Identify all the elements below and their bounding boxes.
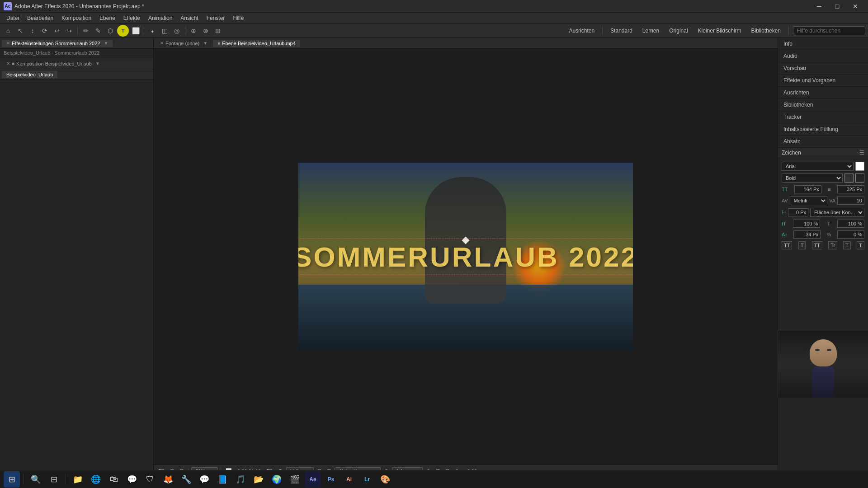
standard-btn[interactable]: Standard bbox=[607, 27, 636, 35]
menu-effekte[interactable]: Effekte bbox=[120, 14, 144, 22]
font-size-value[interactable]: 164 Px bbox=[794, 185, 821, 193]
menu-ebene[interactable]: Ebene bbox=[96, 14, 119, 22]
minimize-button[interactable]: ─ bbox=[810, 0, 828, 13]
menu-bearbeiten[interactable]: Bearbeiten bbox=[24, 14, 57, 22]
vscale-value[interactable]: 100 % bbox=[837, 220, 864, 228]
tab-ebene[interactable]: ■ Ebene Beispielvideo_Urlaub.mp4 bbox=[213, 40, 300, 47]
stroke-color-box[interactable] bbox=[844, 174, 854, 183]
maximize-button[interactable]: □ bbox=[828, 0, 846, 13]
transparency-box[interactable] bbox=[855, 174, 864, 183]
zeichen-menu-icon[interactable]: ☰ bbox=[859, 150, 864, 156]
tsume-value[interactable]: 0 % bbox=[837, 230, 864, 239]
taskbar-taskview-btn[interactable]: ⊟ bbox=[46, 471, 62, 488]
taskbar-lr-btn[interactable]: Lr bbox=[359, 471, 375, 488]
taskbar-explorer-btn[interactable]: 📁 bbox=[70, 471, 86, 488]
ausrichten-item[interactable]: Ausrichten bbox=[778, 87, 868, 99]
tool-pen[interactable]: ✏ bbox=[80, 25, 91, 36]
taskbar-video-btn[interactable]: 🎬 bbox=[287, 471, 303, 488]
vorschau-item[interactable]: Vorschau bbox=[778, 62, 868, 74]
taskbar-firefox-btn[interactable]: 🦊 bbox=[160, 471, 176, 488]
tt-btn-4[interactable]: Tr bbox=[828, 241, 837, 249]
taskbar-creative-btn[interactable]: 🎨 bbox=[377, 471, 393, 488]
expand-footage-icon[interactable]: ▼ bbox=[203, 41, 208, 46]
tab-komposition[interactable]: ✕ ■ Komposition Beispielvideo_Urlaub ▼ bbox=[2, 60, 104, 67]
expand-icon[interactable]: ▼ bbox=[104, 41, 108, 46]
taskbar-music-btn[interactable]: 🎵 bbox=[232, 471, 249, 488]
tab-beispielvideo[interactable]: Beispielvideo_Urlaub bbox=[2, 71, 57, 78]
menu-hilfe[interactable]: Hilfe bbox=[229, 14, 247, 22]
audio-item[interactable]: Audio bbox=[778, 50, 868, 62]
info-item[interactable]: Info bbox=[778, 38, 868, 50]
lernen-btn[interactable]: Lernen bbox=[639, 27, 663, 35]
help-search-input[interactable] bbox=[793, 26, 865, 35]
taskbar-tool-btn[interactable]: 🔧 bbox=[178, 471, 194, 488]
absatz-item[interactable]: Absatz bbox=[778, 136, 868, 147]
taskbar-malware-btn[interactable]: 🛡 bbox=[142, 471, 158, 488]
tool-orbit[interactable]: ⟳ bbox=[39, 25, 50, 36]
font-family-dropdown[interactable]: Arial bbox=[782, 162, 854, 171]
effekte-item[interactable]: Effekte und Vorgaben bbox=[778, 75, 868, 86]
tool-home[interactable]: ⌂ bbox=[3, 25, 14, 36]
ausrichten-btn[interactable]: Ausrichten bbox=[565, 27, 598, 35]
taskbar-facebook-btn[interactable]: 📘 bbox=[214, 471, 231, 488]
hscale-value[interactable]: 100 % bbox=[793, 220, 820, 228]
menu-komposition[interactable]: Komposition bbox=[58, 14, 95, 22]
leading-value[interactable]: 325 Px bbox=[837, 185, 864, 193]
metrik-dropdown[interactable]: Metrik bbox=[790, 196, 827, 205]
menu-animation[interactable]: Animation bbox=[145, 14, 176, 22]
overlay-text[interactable]: SOMMERURLAUB 2022 bbox=[298, 239, 633, 275]
taskbar-edge-btn[interactable]: 🌐 bbox=[88, 471, 104, 488]
close-button[interactable]: ✕ bbox=[846, 0, 864, 13]
inhaltsbasierte-item[interactable]: Inhaltsbasierte Füllung bbox=[778, 123, 868, 135]
close-effekt-icon[interactable]: ✕ bbox=[6, 41, 10, 46]
text-color-box[interactable] bbox=[855, 162, 864, 171]
taskbar-search-btn[interactable]: 🔍 bbox=[28, 471, 44, 488]
tt-btn-6[interactable]: T bbox=[857, 241, 864, 249]
tt-btn-5[interactable]: T bbox=[843, 241, 851, 249]
kleiner-bildschirm-btn[interactable]: Kleiner Bildschirm bbox=[694, 27, 745, 35]
tool-select[interactable]: ↖ bbox=[15, 25, 26, 36]
menu-ansicht[interactable]: Ansicht bbox=[177, 14, 202, 22]
close-footage-icon[interactable]: ✕ bbox=[160, 41, 164, 46]
tool-light[interactable]: ◎ bbox=[171, 25, 182, 36]
tool-camera[interactable]: ◫ bbox=[159, 25, 170, 36]
menu-datei[interactable]: Datei bbox=[3, 14, 23, 22]
indent-value[interactable]: 0 Px bbox=[788, 208, 808, 216]
tt-btn-1[interactable]: TT bbox=[782, 241, 792, 249]
close-komp-icon[interactable]: ✕ bbox=[6, 61, 10, 66]
flaeche-dropdown[interactable]: Fläche über Kon... bbox=[810, 208, 864, 217]
tool-extra3[interactable]: ⊞ bbox=[212, 25, 223, 36]
tt-btn-3[interactable]: TT bbox=[812, 241, 822, 249]
bibliotheken-btn[interactable]: Bibliotheken bbox=[748, 27, 784, 35]
tool-undo[interactable]: ↩ bbox=[52, 25, 62, 36]
tool-move[interactable]: ↕ bbox=[27, 25, 38, 36]
taskbar-ae-btn[interactable]: Ae bbox=[305, 471, 321, 488]
tt-btn-2[interactable]: T bbox=[798, 241, 806, 249]
tool-redo[interactable]: ↪ bbox=[64, 25, 75, 36]
tool-shape[interactable]: ⬡ bbox=[105, 25, 116, 36]
tracker-item[interactable]: Tracker bbox=[778, 111, 868, 123]
taskbar-world-btn[interactable]: 🌍 bbox=[269, 471, 285, 488]
tool-pin[interactable]: ⬧ bbox=[147, 25, 158, 36]
original-btn[interactable]: Original bbox=[665, 27, 691, 35]
taskbar-files-btn[interactable]: 📂 bbox=[250, 471, 267, 488]
tool-brush[interactable]: ✎ bbox=[93, 25, 104, 36]
taskbar-whatsapp-btn[interactable]: 💬 bbox=[124, 471, 140, 488]
tab-footage[interactable]: ✕ Footage (ohne) ▼ bbox=[156, 40, 212, 47]
tab-effekteinstellungen[interactable]: ✕ Effekteinstellungen Sommerurlaub 2022 … bbox=[2, 40, 113, 47]
taskbar-start-btn[interactable]: ⊞ bbox=[4, 471, 20, 488]
baseline-value[interactable]: 34 Px bbox=[793, 230, 821, 239]
kerning-value[interactable]: 10 bbox=[837, 197, 864, 205]
tool-extra1[interactable]: ⊕ bbox=[188, 25, 199, 36]
bibliotheken-item[interactable]: Bibliotheken bbox=[778, 99, 868, 111]
expand-komp-icon[interactable]: ▼ bbox=[95, 61, 100, 66]
taskbar-store-btn[interactable]: 🛍 bbox=[106, 471, 122, 488]
tool-mask[interactable]: ⬜ bbox=[130, 25, 141, 36]
menu-fenster[interactable]: Fenster bbox=[203, 14, 229, 22]
font-style-dropdown[interactable]: Bold bbox=[782, 174, 843, 183]
tool-extra2[interactable]: ⊗ bbox=[200, 25, 211, 36]
taskbar-ai-btn[interactable]: Ai bbox=[341, 471, 357, 488]
tool-active-circle[interactable]: T bbox=[117, 25, 129, 37]
taskbar-ps-btn[interactable]: Ps bbox=[323, 471, 339, 488]
taskbar-messenger-btn[interactable]: 💬 bbox=[196, 471, 212, 488]
